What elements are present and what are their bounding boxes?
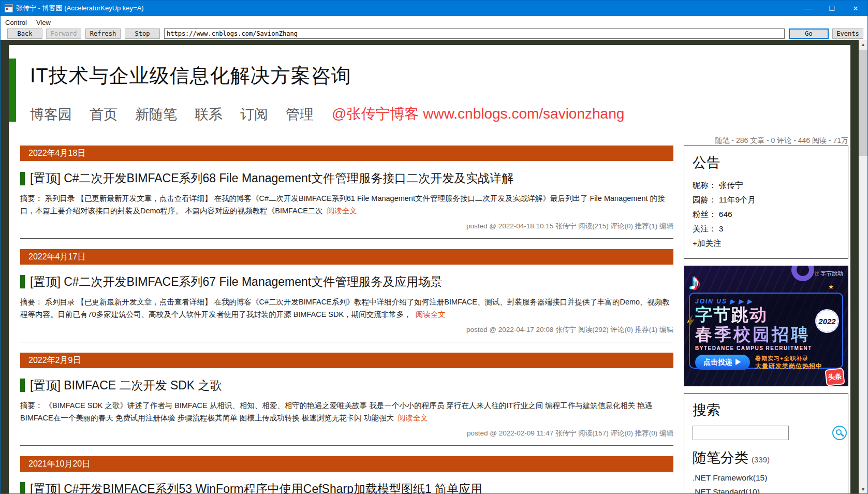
read-more-link[interactable]: 阅读全文 xyxy=(416,310,446,318)
notice-box: 公告 昵称： 张传宁 园龄： 11年9个月 粉丝： 646 关注： 3 +加关注 xyxy=(684,146,848,259)
post-marker-icon xyxy=(20,275,25,288)
blog-title: IT技术与企业级信息化解决方案咨询 xyxy=(30,63,351,89)
nav-item-new-post[interactable]: 新随笔 xyxy=(135,105,177,124)
post-summary: 摘要： 系列目录 【已更新最新开发文章，点击查看详细】 在我的博客《C#二次开发… xyxy=(20,193,673,217)
tiktok-note-icon: ♪ xyxy=(689,269,700,295)
post-block: 2022年4月17日 [置顶] C#二次开发BIMFACE系列67 File M… xyxy=(20,249,673,342)
categories-title: 随笔分类(339) xyxy=(693,448,840,467)
browser-viewport: IT技术与企业级信息化解决方案咨询 博客园 首页 新随笔 联系 订阅 管理 @张… xyxy=(1,40,867,493)
app-icon xyxy=(5,4,13,12)
post-title[interactable]: [置顶] C#二次开发BIMFACE系列68 File Management文件… xyxy=(20,170,673,186)
close-button[interactable]: ✕ xyxy=(844,1,867,16)
post-title[interactable]: [置顶] C#二次开发BIMFACE系列67 File Management文件… xyxy=(20,274,673,290)
post-summary: 摘要： 《BIMFACE SDK 之歌》讲述了作者与 BIMFACE 从相识、相… xyxy=(20,400,673,425)
search-box: 搜索 随笔分类(339) .NET Framework(15) .NET Sta… xyxy=(684,393,848,494)
read-more-link[interactable]: 阅读全文 xyxy=(398,414,428,422)
post-meta[interactable]: posted @ 2022-02-09 11:47 张传宁 阅读(157) 评论… xyxy=(20,429,673,438)
post-date-bar: 2022年4月18日 xyxy=(20,146,673,161)
window-title: 张传宁 - 博客园 (AcceleratorKeyUp key=A) xyxy=(16,4,796,13)
star-decoration: ★ xyxy=(828,283,834,290)
nav-item-subscribe[interactable]: 订阅 xyxy=(240,105,268,124)
notice-title: 公告 xyxy=(693,153,840,172)
blog-watermark: @张传宁博客 www.cnblogs.com/savionzhang xyxy=(332,104,624,124)
post-list: 2022年4月18日 [置顶] C#二次开发BIMFACE系列68 File M… xyxy=(20,146,673,494)
events-button[interactable]: Events xyxy=(832,28,863,39)
scroll-up-arrow-icon[interactable]: ▲ xyxy=(859,40,867,49)
maximize-button[interactable]: ☐ xyxy=(820,1,844,16)
vertical-scrollbar[interactable]: ▲ ▼ xyxy=(859,40,867,493)
nav-item-home-site[interactable]: 博客园 xyxy=(30,105,72,124)
ad-notes: 暑期实习+全职补录 大量研发类岗位热招中 xyxy=(755,355,822,370)
ad-join-us: JOIN US ▶ ▶ ▶ xyxy=(695,298,837,305)
read-more-link[interactable]: 阅读全文 xyxy=(327,207,357,215)
post-date-bar: 2022年2月9日 xyxy=(20,353,673,368)
post-meta[interactable]: posted @ 2022-04-17 20:08 张传宁 阅读(292) 评论… xyxy=(20,325,673,335)
bytedance-ad-banner[interactable]: ♪ ⟟⟟ 字节跳动 ★ ⚡ JOIN US ▶ ▶ ▶ 字节跳动 2022 春季… xyxy=(684,266,848,386)
category-item-net-framework[interactable]: .NET Framework(15) xyxy=(693,471,840,485)
header-accent-bar xyxy=(9,59,16,122)
forward-button: Forward xyxy=(46,28,81,39)
menu-control[interactable]: Control xyxy=(1,16,32,28)
categories-count: (339) xyxy=(752,455,770,464)
search-icon[interactable] xyxy=(832,426,847,440)
post-title[interactable]: [置顶] C#开发BIMFACE系列53 WinForm程序中使用CefShar… xyxy=(20,481,673,494)
post-marker-icon xyxy=(20,482,25,494)
stop-button[interactable]: Stop xyxy=(125,28,160,39)
post-date-bar: 2022年4月17日 xyxy=(20,249,673,265)
blog-nav: 博客园 首页 新随笔 联系 订阅 管理 xyxy=(30,105,314,124)
nav-item-home[interactable]: 首页 xyxy=(90,105,117,124)
donut-decoration xyxy=(788,266,818,285)
search-title: 搜索 xyxy=(693,401,840,419)
post-block: 2022年4月18日 [置顶] C#二次开发BIMFACE系列68 File M… xyxy=(20,146,673,239)
ad-apply-button[interactable]: 点击投递 ▶ xyxy=(695,355,750,370)
post-block: 2022年2月9日 [置顶] BIMFACE 二次开发 SDK 之歌 摘要： 《… xyxy=(20,353,673,446)
notice-following: 关注： 3 xyxy=(693,222,840,236)
day-separator xyxy=(20,238,673,239)
title-bar: 张传宁 - 博客园 (AcceleratorKeyUp key=A) — ☐ ✕ xyxy=(1,1,867,16)
nav-item-contact[interactable]: 联系 xyxy=(195,105,223,124)
post-marker-icon xyxy=(20,172,25,185)
browser-toolbar: Back Forward Refresh Stop Go Events xyxy=(1,28,867,40)
post-meta[interactable]: posted @ 2022-04-18 10:15 张传宁 阅读(215) 评论… xyxy=(20,222,673,231)
day-separator xyxy=(20,445,673,446)
post-block: 2021年10月20日 [置顶] C#开发BIMFACE系列53 WinForm… xyxy=(20,456,673,494)
post-summary: 摘要： 系列目录 【已更新最新开发文章，点击查看详细】 在我的博客《C#二次开发… xyxy=(20,296,673,321)
post-marker-icon xyxy=(20,379,25,392)
ad-panel: JOIN US ▶ ▶ ▶ 字节跳动 2022 春季校园招聘 BYTEDANCE… xyxy=(689,293,843,369)
app-window: 张传宁 - 博客园 (AcceleratorKeyUp key=A) — ☐ ✕… xyxy=(0,0,868,494)
follow-link[interactable]: +加关注 xyxy=(693,236,840,251)
ad-brand-text: 字节跳动 xyxy=(695,305,768,325)
blog-page: IT技术与企业级信息化解决方案咨询 博客园 首页 新随笔 联系 订阅 管理 @张… xyxy=(9,45,850,494)
ad-campaign-text: 春季校园招聘 xyxy=(695,325,810,344)
scroll-down-arrow-icon[interactable]: ▼ xyxy=(859,485,867,493)
menu-bar: Control View xyxy=(1,16,867,28)
url-input[interactable] xyxy=(164,28,785,39)
post-title[interactable]: [置顶] BIMFACE 二次开发 SDK 之歌 xyxy=(20,377,673,394)
notice-fans: 粉丝： 646 xyxy=(693,207,840,222)
minimize-button[interactable]: — xyxy=(796,1,820,16)
ad-note-intern: 暑期实习+全职补录 xyxy=(755,355,822,362)
menu-view[interactable]: View xyxy=(32,16,55,28)
post-date-bar: 2021年10月20日 xyxy=(20,456,673,472)
notice-nickname: 昵称： 张传宁 xyxy=(693,178,840,193)
ad-note-jobs: 大量研发类岗位热招中 xyxy=(755,362,822,370)
go-button[interactable]: Go xyxy=(789,28,829,39)
bytedance-logo: ⟟⟟ 字节跳动 xyxy=(815,270,843,278)
search-input[interactable] xyxy=(693,426,789,440)
blog-stats: 随笔 - 286 文章 - 0 评论 - 446 阅读 - 71万 xyxy=(715,136,848,146)
day-separator xyxy=(20,342,673,342)
category-item-net-standard[interactable]: .NET Standard(10) xyxy=(693,485,840,494)
toutiao-sticker: 头条 xyxy=(825,368,845,387)
scrollbar-thumb[interactable] xyxy=(859,50,867,156)
ad-english-text: BYTEDANCE CAMPUS RECRUITMENT xyxy=(695,345,837,351)
sidebar: 公告 昵称： 张传宁 园龄： 11年9个月 粉丝： 646 关注： 3 +加关注… xyxy=(684,146,848,494)
back-button[interactable]: Back xyxy=(7,28,42,39)
refresh-button[interactable]: Refresh xyxy=(85,28,121,39)
nav-item-manage[interactable]: 管理 xyxy=(286,105,314,124)
notice-age: 园龄： 11年9个月 xyxy=(693,193,840,207)
